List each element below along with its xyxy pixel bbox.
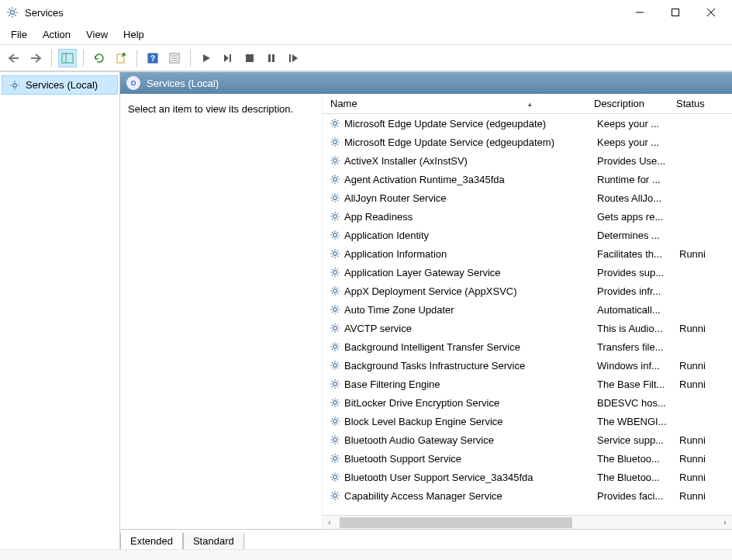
start-service-button[interactable]	[197, 49, 216, 67]
tree-item-services-local[interactable]: Services (Local)	[2, 75, 118, 95]
svg-point-204	[333, 475, 337, 479]
service-status: Runni	[679, 360, 718, 372]
service-row[interactable]: Base Filtering EngineThe Base Filt...Run…	[323, 375, 732, 393]
svg-line-129	[337, 312, 338, 313]
service-row[interactable]: Microsoft Edge Update Service (edgeupdat…	[323, 133, 732, 151]
forward-button[interactable]	[26, 49, 45, 67]
service-name: Microsoft Edge Update Service (edgeupdat…	[344, 137, 597, 148]
horizontal-scrollbar[interactable]: ‹ ›	[323, 515, 732, 529]
svg-line-175	[332, 405, 333, 406]
service-status: Runni	[679, 323, 718, 334]
scroll-right-icon[interactable]: ›	[718, 518, 732, 527]
service-row[interactable]: AppX Deployment Service (AppXSVC)Provide…	[323, 282, 732, 300]
menu-file[interactable]: File	[3, 27, 35, 42]
service-row[interactable]: Agent Activation Runtime_3a345fdaRuntime…	[323, 170, 732, 188]
svg-point-51	[333, 159, 337, 163]
svg-line-38	[332, 120, 333, 121]
gear-icon	[329, 137, 341, 147]
svg-line-121	[332, 293, 333, 294]
service-description: The Bluetoo...	[597, 453, 679, 465]
service-row[interactable]: Microsoft Edge Update Service (edgeupdat…	[323, 114, 732, 133]
properties-button[interactable]	[165, 49, 184, 67]
svg-line-49	[332, 144, 333, 145]
service-description: Windows inf...	[597, 360, 679, 372]
service-row[interactable]: Application InformationFacilitates th...…	[323, 244, 732, 263]
service-name: AppX Deployment Service (AppXSVC)	[344, 285, 597, 297]
service-description: Runtime for ...	[597, 174, 679, 185]
stop-service-button[interactable]	[240, 49, 259, 67]
menu-help[interactable]: Help	[116, 27, 152, 42]
menu-view[interactable]: View	[78, 27, 116, 42]
svg-point-177	[333, 420, 337, 423]
service-row[interactable]: Block Level Backup Engine ServiceThe WBE…	[323, 412, 732, 430]
service-name: Background Intelligent Transfer Service	[344, 341, 597, 353]
gear-icon	[329, 453, 341, 464]
svg-line-203	[337, 455, 338, 456]
service-name: Application Layer Gateway Service	[344, 267, 597, 278]
scroll-thumb[interactable]	[340, 517, 572, 528]
svg-point-87	[333, 233, 337, 237]
maximize-button[interactable]	[658, 0, 693, 25]
column-header-status[interactable]: Status	[676, 98, 715, 109]
service-row[interactable]: Capability Access Manager ServiceProvide…	[323, 486, 732, 505]
svg-line-65	[332, 176, 333, 177]
service-description: The Bluetoo...	[597, 472, 679, 483]
minimize-button[interactable]	[622, 0, 658, 25]
svg-line-166	[332, 386, 333, 387]
step-service-button[interactable]	[219, 49, 237, 67]
column-header-name[interactable]: Name ▴	[323, 98, 594, 109]
service-description: Routes AllJo...	[597, 192, 679, 204]
service-row[interactable]: Application IdentityDetermines ...	[323, 226, 732, 244]
service-row[interactable]: AVCTP serviceThis is Audio...Runni	[323, 319, 732, 337]
pause-service-button[interactable]	[262, 49, 281, 67]
svg-line-210	[337, 479, 338, 480]
service-row[interactable]: App ReadinessGets apps re...	[323, 207, 732, 226]
svg-line-173	[332, 399, 333, 400]
show-hide-tree-button[interactable]	[58, 49, 77, 67]
svg-line-167	[337, 381, 338, 382]
svg-line-219	[337, 498, 338, 499]
service-row[interactable]: Auto Time Zone UpdaterAutomaticall...	[323, 300, 732, 319]
service-row[interactable]: Background Intelligent Transfer ServiceT…	[323, 337, 732, 356]
svg-line-57	[337, 163, 338, 164]
svg-point-60	[333, 178, 337, 181]
service-name: Bluetooth User Support Service_3a345fda	[344, 472, 597, 483]
service-status: Runni	[679, 434, 718, 446]
export-list-button[interactable]	[112, 49, 130, 67]
svg-line-184	[332, 423, 333, 424]
service-row[interactable]: ActiveX Installer (AxInstSV)Provides Use…	[323, 151, 732, 170]
list-rows[interactable]: Microsoft Edge Update Service (edgeupdat…	[323, 114, 732, 515]
service-row[interactable]: BitLocker Drive Encryption ServiceBDESVC…	[323, 393, 732, 412]
service-row[interactable]: Bluetooth Support ServiceThe Bluetoo...R…	[323, 449, 732, 468]
service-name: AllJoyn Router Service	[344, 192, 597, 204]
description-panel: Select an item to view its description.	[120, 94, 322, 529]
scroll-left-icon[interactable]: ‹	[323, 518, 337, 527]
service-description: This is Audio...	[597, 323, 679, 334]
service-description: Provides sup...	[597, 267, 679, 278]
restart-service-button[interactable]	[284, 49, 302, 67]
column-header-description[interactable]: Description	[594, 98, 676, 109]
tab-extended[interactable]: Extended	[120, 533, 183, 549]
service-row[interactable]: AllJoyn Router ServiceRoutes AllJo...	[323, 188, 732, 207]
service-row[interactable]: Bluetooth User Support Service_3a345fdaT…	[323, 468, 732, 486]
tab-standard[interactable]: Standard	[183, 533, 244, 549]
refresh-button[interactable]	[90, 49, 109, 67]
svg-line-209	[332, 474, 333, 475]
service-status: Runni	[679, 248, 718, 260]
gear-icon	[329, 211, 341, 222]
svg-text:?: ?	[150, 54, 155, 63]
window-title: Services	[25, 7, 622, 19]
service-name: AVCTP service	[344, 323, 597, 334]
menu-action[interactable]: Action	[35, 27, 78, 42]
svg-line-56	[332, 157, 333, 158]
service-name: Block Level Backup Engine Service	[344, 416, 597, 427]
service-row[interactable]: Background Tasks Infrastructure ServiceW…	[323, 356, 732, 375]
svg-line-58	[332, 163, 333, 164]
service-row[interactable]: Bluetooth Audio Gateway ServiceService s…	[323, 430, 732, 449]
back-button[interactable]	[5, 49, 23, 67]
help-button[interactable]: ?	[143, 49, 162, 67]
close-button[interactable]	[693, 0, 729, 25]
service-row[interactable]: Application Layer Gateway ServiceProvide…	[323, 263, 732, 282]
svg-point-141	[333, 345, 337, 349]
svg-line-183	[337, 423, 338, 424]
